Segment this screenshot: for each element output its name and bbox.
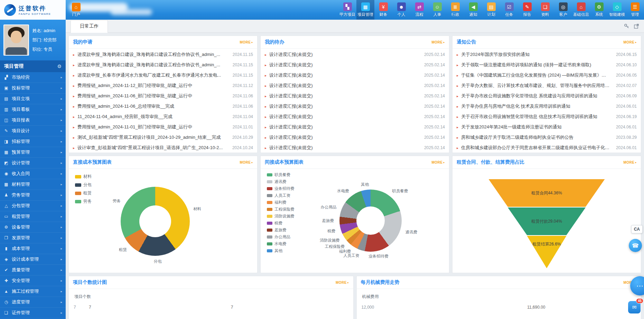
list-item[interactable]: ▸ 设计进度汇报(未提交) 2025.02.14: [265, 143, 445, 153]
list-item[interactable]: ▸ 设计进度汇报(未提交) 2025.02.14: [265, 80, 445, 91]
legend-item[interactable]: 材料: [75, 174, 92, 180]
list-item[interactable]: ▸ 关于召开市政公用设施智慧化管理信息 信息技术与应用培训班的通知 2024.0…: [457, 112, 637, 122]
list-item[interactable]: ▸ 进度款申报_珠海鹤港口建设_珠海鹤港口建设工程合作协议书_admin_...…: [73, 60, 253, 70]
top-nav-item[interactable]: ⌂ 基础信息: [572, 0, 590, 20]
list-item[interactable]: ▸ 进度款申报_珠海鹤港口建设_珠海鹤港口建设工程合作协议书_admin_...…: [73, 49, 253, 60]
sidebar-menu-item[interactable]: ✎ 项目设计 ▸: [0, 126, 66, 136]
sidebar-menu-item[interactable]: ⚙ 设备管理 ▸: [0, 222, 66, 233]
top-nav-item[interactable]: ❏ 资料: [536, 0, 554, 20]
legend-item[interactable]: 劳务: [75, 199, 92, 204]
top-nav-item[interactable]: ◀ 通知: [464, 0, 482, 20]
more-link[interactable]: MORE ▸: [431, 40, 445, 44]
top-nav-item[interactable]: ☰ 管理: [626, 0, 644, 20]
list-item[interactable]: ▸ 费用报销_admin_2024-11-12_部门经理审批_胡建_运行中 20…: [73, 80, 253, 91]
list-item[interactable]: ▸ 关于领取一级注册建造师培训项贴的通知 (须持一建证书前来领取) 2024.0…: [457, 60, 637, 70]
list-item[interactable]: ▸ 设计进度汇报(未提交) 2025.02.14: [265, 60, 445, 70]
list-item[interactable]: ▸ 设计进度汇报(未提交) 2025.02.14: [265, 101, 445, 112]
chat-button[interactable]: ✉ 45: [628, 301, 641, 313]
legend-item[interactable]: 通讯费: [267, 179, 295, 184]
list-item[interactable]: ▸ 住房和城乡建设部办公厅关于同意吉林省开展二级建造师执业证书电子化试点... …: [457, 143, 637, 153]
legend-item[interactable]: 业务招待费: [267, 186, 295, 191]
list-item[interactable]: ▸ 房和城乡建设厅关于取消二级建造师临时执业证书的公告 2023.08.29: [457, 132, 637, 143]
list-item[interactable]: ▸ 费用报销_admin_2024-11-01_部门经理审批_胡建_运行中 20…: [73, 122, 253, 132]
sidebar-menu-item[interactable]: ▲ 施工过程管理 ▸: [0, 286, 66, 297]
legend-item[interactable]: 福利费: [267, 200, 295, 205]
list-item[interactable]: ▸ 设计进度汇报(未提交) 2025.02.14: [265, 49, 445, 60]
sidebar-menu-item[interactable]: ✚ 安全管理 ▸: [0, 276, 66, 286]
legend-item[interactable]: 人员工资: [267, 193, 295, 198]
more-link[interactable]: MORE ▸: [240, 161, 253, 164]
open-in-new-icon[interactable]: [634, 23, 639, 29]
sidebar-menu-item[interactable]: ❑ 证件管理 ▸: [0, 308, 66, 318]
legend-item[interactable]: 职员餐费: [267, 172, 295, 177]
top-nav-item[interactable]: ⇄ 流程: [410, 0, 428, 20]
top-nav-item[interactable]: ☑ 任务: [500, 0, 518, 20]
sidebar-menu-item[interactable]: ▞ 市场经营 ▸: [0, 72, 66, 83]
list-item[interactable]: ▸ 关于发放2024年第24批一级建造师注册证书的通知 2024.06.01: [457, 122, 637, 132]
customer-service-button[interactable]: ☎: [629, 239, 642, 252]
sidebar-menu-item[interactable]: ◉ 收入合同 ▸: [0, 168, 66, 179]
sidebar-menu-item[interactable]: ✔ 质量管理 ▸: [0, 265, 66, 276]
sidebar-section-project-management[interactable]: 项目管理 ⚙: [0, 60, 66, 72]
sidebar-menu-item[interactable]: ▤ 项目立项 ▸: [0, 94, 66, 104]
sidebar-menu-item[interactable]: ◫ 项目报表 ▸: [0, 115, 66, 126]
list-item[interactable]: ▸ 测试_彭祖新城"四馆"景观工程设计项目_2024-10-29_admin_结…: [73, 132, 253, 143]
sidebar-menu-item[interactable]: ◷ 进度管理 ▸: [0, 297, 66, 308]
sidebar-menu-item[interactable]: ▭ 租赁管理 ▸: [0, 211, 66, 222]
sidebar-menu-item[interactable]: ❐ 发票管理 ▸: [0, 233, 66, 243]
sidebar-menu-item[interactable]: ♟ 劳务管理 ▸: [0, 190, 66, 201]
legend-item[interactable]: 分包: [75, 182, 92, 188]
top-nav-item[interactable]: ¥ 财务: [374, 0, 392, 20]
top-nav-item[interactable]: ◎ 客户: [554, 0, 572, 20]
legend-item[interactable]: 其他: [267, 248, 295, 253]
list-item[interactable]: ▸ 关于2024年国庆节放假安排的通知 2024.06.15: [457, 49, 637, 60]
more-link[interactable]: MORE ▸: [431, 161, 445, 164]
sidebar-menu-item[interactable]: ▮ 成本管理 ▸: [0, 243, 66, 254]
legend-item[interactable]: 差旅费: [267, 228, 295, 233]
top-nav-item[interactable]: ◇ 智能建模: [608, 0, 626, 20]
list-item[interactable]: ▸ 费用报销_admin_2024-11-06_总经理审批__完成 2024.1…: [73, 101, 253, 112]
more-link[interactable]: MORE ▸: [336, 281, 349, 284]
list-item[interactable]: ▸ 设计审查_彭祖新城"四馆"景观工程设计项目_请选择_胡广生_2024-10-…: [73, 143, 253, 153]
list-item[interactable]: ▸ 于征集《中国建筑施工行业信息化发展报告 (2024) —BIM应用与发展》材…: [457, 70, 637, 80]
sidebar-menu-item[interactable]: △ 分包管理 ▸: [0, 201, 66, 211]
tab-daily-work[interactable]: 日常工作: [71, 20, 108, 33]
sidebar-menu-item[interactable]: ▦ 预算管理 ▸: [0, 147, 66, 158]
top-nav-item[interactable]: ≣ 行政: [446, 0, 464, 20]
sidebar-menu-item[interactable]: ▩ 材料管理 ▸: [0, 179, 66, 190]
top-nav-item[interactable]: ✎ 报告: [518, 0, 536, 20]
list-item[interactable]: ▸ 设计进度汇报(未提交) 2025.02.14: [265, 91, 445, 101]
top-nav-item[interactable]: ☻ 个人: [392, 0, 410, 20]
legend-item[interactable]: 办公用品: [267, 234, 295, 240]
list-item[interactable]: ▸ 11_2024-11-04_admin_经营部_领导审批__完成 2024.…: [73, 112, 253, 122]
gear-icon[interactable]: ⚙: [57, 64, 62, 69]
top-nav-item-portal[interactable]: ⌂ 门户: [66, 0, 86, 20]
user-avatar[interactable]: [3, 25, 29, 56]
top-nav-item[interactable]: ▚ 甲方项目: [338, 0, 356, 20]
sidebar-menu-item[interactable]: ◨ 招标管理 ▸: [0, 136, 66, 147]
sidebar-menu-item[interactable]: ▥ 项目看板 ▸: [0, 104, 66, 115]
legend-item[interactable]: 租赁: [75, 190, 92, 196]
more-link[interactable]: MORE ▸: [240, 40, 253, 44]
list-item[interactable]: ▸ 费用报销_admin_2024-11-06_部门经理审批_胡建_运行中 20…: [73, 91, 253, 101]
list-item[interactable]: ▸ 设计进度汇报(未提交) 2025.02.14: [265, 132, 445, 143]
list-item[interactable]: ▸ 设计进度汇报(未提交) 2025.02.14: [265, 112, 445, 122]
list-item[interactable]: ▸ 设计进度汇报(未提交) 2025.02.14: [265, 122, 445, 132]
sidebar-menu-item[interactable]: ▣ 投标管理 ▸: [0, 83, 66, 94]
list-item[interactable]: ▸ 设计进度汇报(未提交) 2025.02.14: [265, 70, 445, 80]
list-item[interactable]: ▸ 关于举办大数据、云计算技术在城市建设、规划、管理与服务中的应用培训班... …: [457, 80, 637, 91]
top-nav-item[interactable]: ▤ 计划: [482, 0, 500, 20]
ca-widget[interactable]: CA: [631, 225, 643, 233]
list-item[interactable]: ▸ 关于举办市政公用设施数字化管理信息 系统建设与应用培训班的通知 2024.0…: [457, 91, 637, 101]
list-item[interactable]: ▸ 关于举办住房与房地产信息化 技术及应用培训班的通知 2024.06.01: [457, 101, 637, 112]
top-nav-item[interactable]: ☺ 人事: [428, 0, 446, 20]
more-link[interactable]: MORE ▸: [623, 161, 637, 164]
legend-item[interactable]: 工程保险费: [267, 207, 295, 212]
legend-item[interactable]: 税费: [267, 221, 295, 226]
sidebar-menu-item[interactable]: ◈ 设计成本管理 ▸: [0, 254, 66, 265]
donut-chart[interactable]: [339, 190, 402, 252]
sidebar-menu-item[interactable]: ◩ 设计管理 ▸: [0, 158, 66, 168]
donut-chart[interactable]: [121, 187, 190, 256]
list-item[interactable]: ▸ 进度款申报_长春市伊通河水力发电厂改建工程_长春市伊通河水力发电... 20…: [73, 70, 253, 80]
top-nav-item[interactable]: ⚙ 系统: [590, 0, 608, 20]
